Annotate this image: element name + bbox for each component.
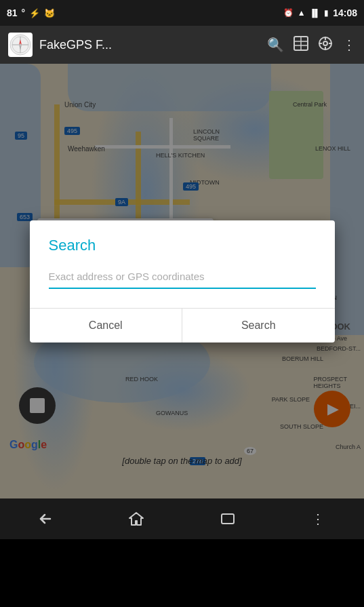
dialog-overlay: Search Cancel Search — [0, 64, 364, 498]
status-left: 81 ° ⚡ 🐱 — [7, 7, 55, 18]
home-button[interactable] — [116, 505, 157, 532]
crosshair-icon[interactable] — [318, 36, 333, 54]
battery-level: 81 — [7, 7, 18, 18]
alarm-icon: ⏰ — [283, 8, 294, 18]
bolt-icon: ⚡ — [29, 8, 40, 18]
search-input[interactable] — [49, 268, 316, 285]
cancel-button[interactable]: Cancel — [30, 309, 182, 342]
dialog-content: Search — [30, 220, 335, 300]
globe-icon[interactable] — [294, 36, 308, 54]
back-button[interactable] — [25, 505, 66, 532]
dialog-buttons: Cancel Search — [30, 309, 335, 342]
dialog-input-wrapper — [49, 268, 316, 289]
more-dots-icon: ⋮ — [311, 511, 326, 527]
signal-icon: ▐▌ — [310, 9, 321, 17]
svg-point-11 — [323, 41, 327, 45]
search-button[interactable]: Search — [182, 309, 335, 342]
degree: ° — [22, 7, 26, 18]
cat-icon: 🐱 — [44, 8, 55, 18]
wifi-icon: ▲ — [298, 8, 306, 18]
recents-button[interactable] — [207, 505, 248, 532]
svg-rect-16 — [222, 514, 234, 524]
battery-icon: ▮ — [324, 8, 329, 18]
more-vert-icon[interactable]: ⋮ — [342, 37, 356, 53]
app-bar-actions: 🔍 ⋮ — [267, 36, 356, 54]
search-icon[interactable]: 🔍 — [267, 37, 284, 53]
app-icon — [8, 33, 33, 57]
more-button[interactable]: ⋮ — [298, 505, 339, 532]
status-bar: 81 ° ⚡ 🐱 ⏰ ▲ ▐▌ ▮ 14:08 — [0, 0, 364, 26]
search-dialog: Search Cancel Search — [30, 220, 335, 342]
map-area[interactable]: Union City Weehawken HELL'S KITCHEN MIDT… — [0, 64, 364, 498]
app-bar: FakeGPS F... 🔍 ⋮ — [0, 26, 364, 64]
status-right: ⏰ ▲ ▐▌ ▮ 14:08 — [283, 7, 357, 18]
time-display: 14:08 — [333, 7, 357, 18]
bottom-nav: ⋮ — [0, 498, 364, 539]
app-title: FakeGPS F... — [39, 38, 260, 52]
dialog-title: Search — [49, 237, 316, 254]
